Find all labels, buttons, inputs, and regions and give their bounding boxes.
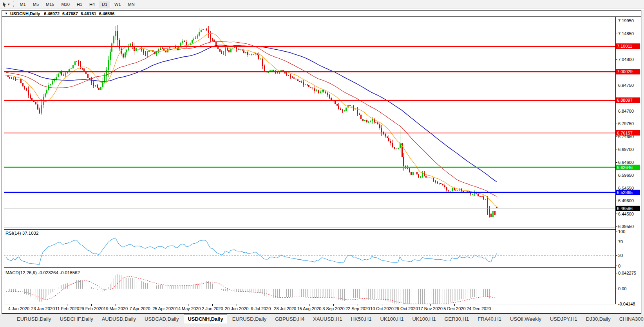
- quote-close: 6.46596: [99, 11, 115, 16]
- svg-text:6.88897: 6.88897: [617, 98, 633, 102]
- svg-text:11 Feb 2020: 11 Feb 2020: [55, 306, 79, 311]
- chart-tab-hk50-h1[interactable]: HK50,H1: [347, 314, 375, 323]
- svg-text:17 Nov 2020: 17 Nov 2020: [418, 306, 442, 311]
- chart-title-symbol: USDCNH,Daily: [10, 11, 40, 16]
- svg-text:30: 30: [618, 253, 623, 258]
- chart-window: ▼ USDCNH,Daily 6.46972 6.47687 6.46151 6…: [2, 10, 641, 314]
- svg-text:25 Apr 2020: 25 Apr 2020: [152, 306, 175, 311]
- quote-open: 6.46972: [44, 11, 60, 16]
- svg-text:0.042275: 0.042275: [618, 271, 636, 275]
- svg-text:5 Dec 2020: 5 Dec 2020: [443, 306, 465, 311]
- svg-text:70: 70: [618, 239, 623, 244]
- chart-tab-xauusd-h1[interactable]: XAUUSD,H1: [309, 314, 346, 323]
- timeframe-button-m30[interactable]: M30: [58, 1, 73, 8]
- chart-tab-uk100-h1[interactable]: UK100,H1: [376, 314, 407, 323]
- chart-tabs-bar: EURUSD,DailyUSDCHF,DailyAUDUSD,DailyUSDC…: [0, 314, 644, 327]
- chart-tab-ger30-h1[interactable]: GER30,H1: [441, 314, 472, 323]
- quote-low: 6.46151: [81, 11, 96, 16]
- svg-text:6.64600: 6.64600: [618, 160, 634, 165]
- chart-tab-china300-h1[interactable]: CHINA300,H1: [616, 314, 644, 323]
- svg-text:6.49600: 6.49600: [618, 198, 634, 203]
- cursor-tool-icon[interactable]: [2, 2, 7, 7]
- timeframe-button-h4[interactable]: H4: [86, 1, 98, 8]
- quote-high: 6.47687: [62, 11, 78, 16]
- chart-tab-usdcnh-daily[interactable]: USDCNH,Daily: [184, 314, 227, 323]
- svg-text:6.76157: 6.76157: [617, 131, 633, 135]
- svg-text:3 Sep 2020: 3 Sep 2020: [322, 306, 344, 311]
- collapse-chart-icon[interactable]: ▼: [5, 12, 8, 15]
- svg-text:6.59650: 6.59650: [618, 173, 634, 178]
- chart-tab-usdchf-daily[interactable]: USDCHF,Daily: [56, 314, 96, 323]
- svg-text:6.39550: 6.39550: [618, 224, 634, 229]
- svg-text:23 Jan 2020: 23 Jan 2020: [31, 306, 55, 311]
- svg-text:7.14850: 7.14850: [618, 31, 634, 36]
- svg-text:7.00029: 7.00029: [617, 69, 633, 74]
- svg-text:19 Mar 2020: 19 Mar 2020: [103, 306, 128, 311]
- chart-tab-gbpusd-h4[interactable]: GBPUSD,H4: [271, 314, 308, 323]
- svg-text:6.62646: 6.62646: [617, 165, 633, 170]
- svg-text:0: 0: [618, 264, 620, 268]
- chart-tab-dj30-daily[interactable]: DJ30,Daily: [582, 314, 614, 323]
- svg-text:22 Sep 2020: 22 Sep 2020: [346, 306, 370, 311]
- svg-text:6.94750: 6.94750: [618, 83, 634, 88]
- chart-canvas[interactable]: 7.199507.148507.048006.947506.847006.797…: [2, 17, 641, 313]
- svg-text:MACD(12,26,9) -0.023264 -0.018: MACD(12,26,9) -0.023264 -0.018562: [5, 270, 80, 275]
- timeframe-button-m5[interactable]: M5: [30, 1, 42, 8]
- chart-tab-fra40-h1[interactable]: FRA40,H1: [474, 314, 505, 323]
- toolbar-drag-handle[interactable]: [13, 2, 14, 7]
- svg-text:6.69700: 6.69700: [618, 147, 634, 152]
- chart-tab-usoil-weekly[interactable]: USOil,Weekly: [507, 314, 545, 323]
- chart-tab-usdcad-daily[interactable]: USDCAD,Daily: [141, 314, 182, 323]
- timeframe-button-w1[interactable]: W1: [111, 1, 124, 8]
- svg-text:7.19950: 7.19950: [618, 18, 634, 23]
- svg-text:4 Jan 2020: 4 Jan 2020: [8, 306, 29, 311]
- svg-text:28 Jul 2020: 28 Jul 2020: [274, 306, 296, 311]
- chart-tab-eurusd-daily[interactable]: EURUSD,Daily: [229, 314, 270, 323]
- main-toolbar: ▾ M1M5M15M30H1H4D1W1MN: [0, 0, 644, 9]
- svg-text:9 Jul 2020: 9 Jul 2020: [251, 306, 271, 311]
- svg-text:7 Apr 2020: 7 Apr 2020: [129, 306, 150, 311]
- svg-text:20 Jun 2020: 20 Jun 2020: [225, 306, 249, 311]
- timeframe-button-m1[interactable]: M1: [17, 1, 29, 8]
- svg-text:6.44500: 6.44500: [618, 212, 634, 216]
- timeframe-button-m15[interactable]: M15: [43, 1, 57, 8]
- timeframe-button-d1[interactable]: D1: [99, 1, 110, 8]
- vertical-scrollbar[interactable]: [641, 10, 644, 314]
- timeframe-buttons: M1M5M15M30H1H4D1W1MN: [16, 0, 138, 9]
- svg-text:14 May 2020: 14 May 2020: [176, 306, 201, 311]
- timeframe-button-h1[interactable]: H1: [74, 1, 85, 8]
- svg-text:29 Feb 2020: 29 Feb 2020: [80, 306, 104, 311]
- svg-text:6.84700: 6.84700: [618, 109, 634, 113]
- svg-text:10 Oct 2020: 10 Oct 2020: [370, 306, 394, 311]
- cursor-tool-dropdown-caret[interactable]: ▾: [8, 2, 10, 6]
- svg-text:6.52865: 6.52865: [617, 190, 633, 195]
- chart-tab-usdjpy-h1[interactable]: USDJPY,H1: [546, 314, 581, 323]
- timeframe-button-mn[interactable]: MN: [125, 1, 138, 8]
- svg-text:2 Jun 2020: 2 Jun 2020: [202, 306, 223, 311]
- svg-text:6.46596: 6.46596: [617, 206, 633, 211]
- svg-text:7.04800: 7.04800: [618, 57, 634, 62]
- chart-tab-audusd-daily[interactable]: AUDUSD,Daily: [98, 314, 139, 323]
- svg-text:0.00: 0.00: [618, 286, 626, 291]
- chart-tab-uk100-h1[interactable]: UK100,H1: [409, 314, 439, 323]
- svg-text:15 Aug 2020: 15 Aug 2020: [297, 306, 322, 311]
- svg-text:-0.04148: -0.04148: [618, 302, 635, 306]
- svg-text:RSI(14) 37.1032: RSI(14) 37.1032: [5, 231, 38, 235]
- svg-text:7.10011: 7.10011: [617, 44, 632, 49]
- svg-text:29 Oct 2020: 29 Oct 2020: [394, 306, 418, 311]
- chart-tab-eurusd-daily[interactable]: EURUSD,Daily: [13, 314, 54, 323]
- svg-text:100: 100: [618, 229, 625, 234]
- svg-text:6.79750: 6.79750: [618, 121, 634, 126]
- chart-title-bar: ▼ USDCNH,Daily 6.46972 6.47687 6.46151 6…: [2, 11, 641, 17]
- svg-text:24 Dec 2020: 24 Dec 2020: [467, 306, 491, 311]
